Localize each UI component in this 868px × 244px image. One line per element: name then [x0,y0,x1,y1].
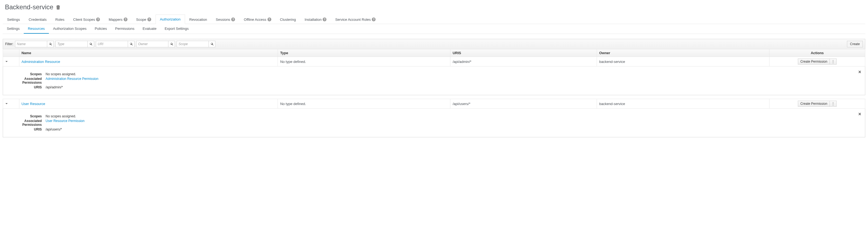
detail-value-uris: /api/admin/* [45,85,63,89]
detail-label-uris: URIS [8,85,42,89]
detail-label-uris: URIS [8,128,42,131]
resource-uris: /api/users/* [451,99,597,109]
close-icon[interactable]: × [858,69,861,75]
resource-type: No type defined. [278,99,451,109]
help-icon[interactable]: ? [96,18,100,21]
help-icon[interactable]: ? [147,18,151,21]
main-tabs: SettingsCredentialsRolesClient Scopes?Ma… [3,14,865,24]
filter-type-input[interactable] [55,41,88,47]
tab-client-scopes[interactable]: Client Scopes? [69,15,104,24]
permission-link[interactable]: Administration Resource Permission [45,77,98,81]
actions-dropdown-toggle[interactable]: ⋮ [830,101,837,107]
search-icon[interactable] [209,41,215,47]
resource-detail-panel: ×ScopesNo scopes assigned.Associated Per… [3,109,865,137]
tab-authorization[interactable]: Authorization [156,15,185,24]
trash-icon[interactable] [56,5,60,9]
resource-name-link[interactable]: Administration Resource [22,60,60,64]
filter-label: Filter: [5,42,13,46]
close-icon[interactable]: × [858,111,861,117]
tab-offline-access[interactable]: Offline Access? [239,15,275,24]
help-icon[interactable]: ? [124,18,127,21]
subtab-settings[interactable]: Settings [3,24,24,34]
resource-type: No type defined. [278,57,451,66]
filter-uri-input[interactable] [96,41,128,47]
tab-clustering[interactable]: Clustering [276,15,301,24]
tab-service-account-roles[interactable]: Service Account Roles? [331,15,380,24]
help-icon[interactable]: ? [231,18,235,21]
resources-table: User ResourceNo type defined./api/users/… [3,99,865,109]
search-icon[interactable] [128,41,134,47]
search-icon[interactable] [168,41,175,47]
detail-label-permissions: Associated Permissions [8,77,42,84]
permission-link[interactable]: User Resource Permission [45,119,85,123]
detail-label-scopes: Scopes [8,72,42,76]
create-permission-button[interactable]: Create Permission [798,58,830,64]
subtab-evaluate[interactable]: Evaluate [139,24,161,34]
detail-value-scopes: No scopes assigned. [45,72,76,76]
filter-scope-input[interactable] [177,41,209,47]
search-icon[interactable] [47,41,54,47]
actions-dropdown-toggle[interactable]: ⋮ [830,58,837,64]
resource-detail-panel: ×ScopesNo scopes assigned.Associated Per… [3,66,865,95]
column-header-owner: Owner [597,49,770,57]
resource-owner: backend-service [597,99,770,109]
tab-roles[interactable]: Roles [51,15,69,24]
page-title: Backend-service [5,3,53,11]
tab-scope[interactable]: Scope? [132,15,156,24]
resources-table: NameTypeURISOwnerActionsAdministration R… [3,49,865,66]
create-button[interactable]: Create [847,41,863,47]
filter-name-input[interactable] [15,41,47,47]
help-icon[interactable]: ? [372,18,376,21]
resource-uris: /api/admin/* [451,57,597,66]
column-header-type: Type [278,49,451,57]
help-icon[interactable]: ? [268,18,271,21]
tab-revocation[interactable]: Revocation [185,15,212,24]
subtab-resources[interactable]: Resources [24,24,49,34]
help-icon[interactable]: ? [322,18,327,21]
detail-value-uris: /api/users/* [45,128,62,131]
chevron-down-icon[interactable] [5,102,8,105]
table-row: User ResourceNo type defined./api/users/… [3,99,865,109]
subtab-export-settings[interactable]: Export Settings [160,24,193,34]
sub-tabs: SettingsResourcesAuthorization ScopesPol… [3,24,865,34]
search-icon[interactable] [88,41,94,47]
tab-mappers[interactable]: Mappers? [104,15,132,24]
create-permission-button[interactable]: Create Permission [798,101,830,107]
detail-value-scopes: No scopes assigned. [45,114,76,118]
resource-name-link[interactable]: User Resource [22,102,45,106]
column-header-uris: URIS [451,49,597,57]
subtab-permissions[interactable]: Permissions [111,24,139,34]
detail-label-scopes: Scopes [8,114,42,118]
filter-bar: Filter: Create [3,39,865,49]
tab-credentials[interactable]: Credentials [24,15,51,24]
subtab-policies[interactable]: Policies [91,24,111,34]
column-header-name: Name [19,49,278,57]
tab-installation[interactable]: Installation? [300,15,331,24]
tab-settings[interactable]: Settings [3,15,24,24]
table-row: Administration ResourceNo type defined./… [3,57,865,66]
subtab-authorization-scopes[interactable]: Authorization Scopes [49,24,91,34]
filter-owner-input[interactable] [136,41,168,47]
chevron-down-icon[interactable] [5,60,8,63]
tab-sessions[interactable]: Sessions? [212,15,240,24]
detail-label-permissions: Associated Permissions [8,119,42,127]
resource-owner: backend-service [597,57,770,66]
column-header-actions: Actions [770,49,865,57]
